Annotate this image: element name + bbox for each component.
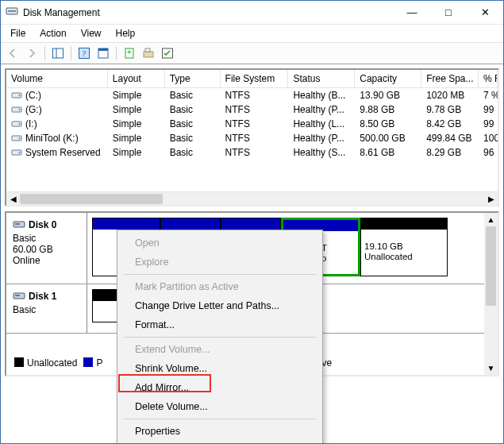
menu-separator bbox=[124, 274, 316, 275]
svg-rect-24 bbox=[15, 223, 20, 225]
svg-rect-1 bbox=[8, 10, 16, 12]
drive-icon bbox=[11, 133, 22, 144]
maximize-button[interactable]: □ bbox=[430, 1, 467, 25]
svg-point-18 bbox=[19, 123, 21, 125]
table-row[interactable]: System ReservedSimpleBasicNTFSHealthy (S… bbox=[6, 145, 498, 160]
rescan-icon[interactable] bbox=[140, 44, 157, 62]
svg-rect-26 bbox=[15, 295, 20, 296]
menu-item-change-drive-letter-and-paths[interactable]: Change Drive Letter and Paths... bbox=[119, 296, 321, 315]
menu-action[interactable]: Action bbox=[33, 26, 72, 41]
svg-point-16 bbox=[19, 109, 21, 110]
menu-item-add-mirror[interactable]: Add Mirror... bbox=[119, 378, 321, 397]
svg-text:?: ? bbox=[83, 48, 87, 58]
svg-rect-2 bbox=[53, 48, 63, 58]
table-row[interactable]: (G:)SimpleBasicNTFSHealthy (P...9.88 GB9… bbox=[6, 102, 498, 117]
action-icon[interactable] bbox=[159, 44, 176, 62]
col-filesystem[interactable]: File System bbox=[221, 70, 289, 87]
col-status[interactable]: Status bbox=[288, 70, 355, 87]
toolbar-separator bbox=[68, 44, 74, 62]
menubar: File Action View Help bbox=[1, 25, 503, 42]
scroll-left-icon[interactable]: ◀ bbox=[6, 192, 20, 206]
volume-list[interactable]: (C:)SimpleBasicNTFSHealthy (B...13.90 GB… bbox=[6, 88, 498, 191]
table-row[interactable]: (I:)SimpleBasicNTFSHealthy (L...8.50 GB8… bbox=[6, 117, 498, 131]
minimize-button[interactable]: ― bbox=[394, 1, 430, 25]
toolbar-separator bbox=[113, 44, 119, 62]
horizontal-scrollbar[interactable]: ◀ ▶ bbox=[6, 191, 498, 205]
window-title: Disk Management bbox=[23, 7, 394, 18]
disk-icon bbox=[13, 289, 25, 304]
menu-help[interactable]: Help bbox=[110, 26, 142, 41]
scroll-up-icon[interactable]: ▲ bbox=[484, 213, 498, 226]
disk-management-window: Disk Management ― □ ✕ File Action View H… bbox=[0, 0, 504, 444]
app-icon bbox=[6, 5, 18, 20]
disk-label[interactable]: Disk 1Basic bbox=[6, 284, 87, 333]
svg-text:+: + bbox=[127, 48, 132, 56]
drive-icon bbox=[11, 118, 22, 129]
refresh-icon[interactable]: + bbox=[121, 44, 138, 62]
svg-point-22 bbox=[19, 152, 21, 153]
column-headers: Volume Layout Type File System Status Ca… bbox=[6, 70, 498, 88]
forward-icon[interactable] bbox=[23, 44, 40, 62]
menu-item-properties[interactable]: Properties bbox=[119, 422, 321, 441]
menu-item-format[interactable]: Format... bbox=[119, 315, 321, 334]
context-menu[interactable]: OpenExploreMark Partition as ActiveChang… bbox=[117, 230, 323, 444]
menu-item-mark-partition-as-active: Mark Partition as Active bbox=[119, 277, 321, 296]
legend-unallocated: Unallocated bbox=[14, 357, 77, 369]
vertical-scrollbar[interactable]: ▲ ▼ bbox=[484, 213, 498, 375]
volume-list-panel: Volume Layout Type File System Status Ca… bbox=[5, 68, 499, 207]
menu-item-extend-volume: Extend Volume... bbox=[119, 340, 321, 359]
disk-icon bbox=[13, 218, 25, 233]
back-icon[interactable] bbox=[4, 44, 21, 62]
svg-rect-11 bbox=[145, 48, 150, 52]
menu-separator bbox=[124, 419, 316, 419]
scroll-right-icon[interactable]: ▶ bbox=[484, 192, 498, 206]
menu-view[interactable]: View bbox=[75, 26, 108, 41]
titlebar[interactable]: Disk Management ― □ ✕ bbox=[1, 1, 503, 25]
menu-item-delete-volume[interactable]: Delete Volume... bbox=[119, 397, 321, 416]
close-button[interactable]: ✕ bbox=[467, 1, 503, 25]
menu-separator bbox=[124, 337, 316, 338]
disk-label[interactable]: Disk 0Basic60.00 GBOnline bbox=[6, 213, 87, 284]
scroll-down-icon[interactable]: ▼ bbox=[484, 361, 498, 375]
table-row[interactable]: MiniTool (K:)SimpleBasicNTFSHealthy (P..… bbox=[6, 131, 498, 145]
scroll-thumb[interactable] bbox=[486, 226, 496, 306]
properties-icon[interactable] bbox=[94, 44, 112, 62]
menu-item-shrink-volume[interactable]: Shrink Volume... bbox=[119, 359, 321, 378]
table-row[interactable]: (C:)SimpleBasicNTFSHealthy (B...13.90 GB… bbox=[6, 88, 498, 102]
col-free[interactable]: Free Spa... bbox=[421, 70, 479, 87]
menu-file[interactable]: File bbox=[4, 26, 32, 41]
legend-primary: P bbox=[83, 357, 102, 369]
toolbar: ? + bbox=[1, 42, 503, 64]
col-volume[interactable]: Volume bbox=[6, 70, 108, 87]
menu-item-explore: Explore bbox=[119, 253, 321, 272]
svg-point-20 bbox=[19, 137, 21, 139]
col-type[interactable]: Type bbox=[165, 70, 221, 87]
svg-rect-7 bbox=[98, 48, 108, 51]
help-icon[interactable]: ? bbox=[75, 44, 93, 62]
col-capacity[interactable]: Capacity bbox=[355, 70, 421, 87]
col-pctfree[interactable]: % F bbox=[479, 70, 498, 87]
drive-icon bbox=[11, 104, 22, 115]
partition[interactable]: 19.10 GBUnallocated bbox=[360, 218, 448, 276]
col-layout[interactable]: Layout bbox=[108, 70, 165, 87]
drive-icon bbox=[11, 90, 22, 101]
svg-rect-10 bbox=[144, 52, 153, 57]
show-hide-tree-icon[interactable] bbox=[49, 44, 67, 62]
drive-icon bbox=[11, 147, 22, 158]
menu-item-open: Open bbox=[119, 234, 321, 253]
scroll-thumb[interactable] bbox=[20, 194, 163, 204]
toolbar-separator bbox=[42, 44, 48, 62]
svg-point-14 bbox=[19, 95, 21, 96]
